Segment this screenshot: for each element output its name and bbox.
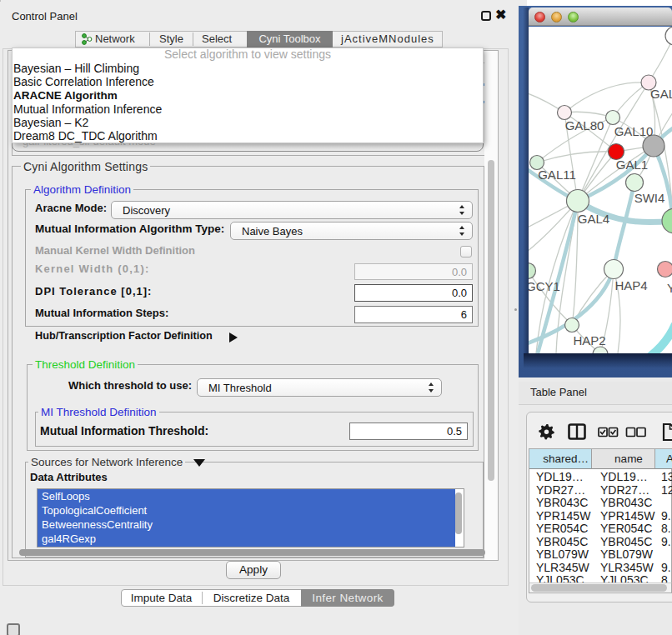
svg-text:GAL80: GAL80: [565, 118, 604, 132]
svg-text:SWI4: SWI4: [634, 191, 665, 205]
svg-text:HAP2: HAP2: [573, 333, 605, 348]
svg-text:GAL11: GAL11: [538, 168, 576, 182]
svg-text:GAL7: GAL7: [650, 87, 672, 101]
svg-text:YM: YM: [667, 281, 672, 295]
svg-text:GAL10: GAL10: [614, 124, 654, 138]
svg-text:GCY1: GCY1: [529, 279, 560, 293]
svg-text:GAL1: GAL1: [616, 158, 648, 172]
svg-text:GAL4: GAL4: [578, 212, 609, 226]
svg-text:HAP4: HAP4: [614, 278, 647, 292]
